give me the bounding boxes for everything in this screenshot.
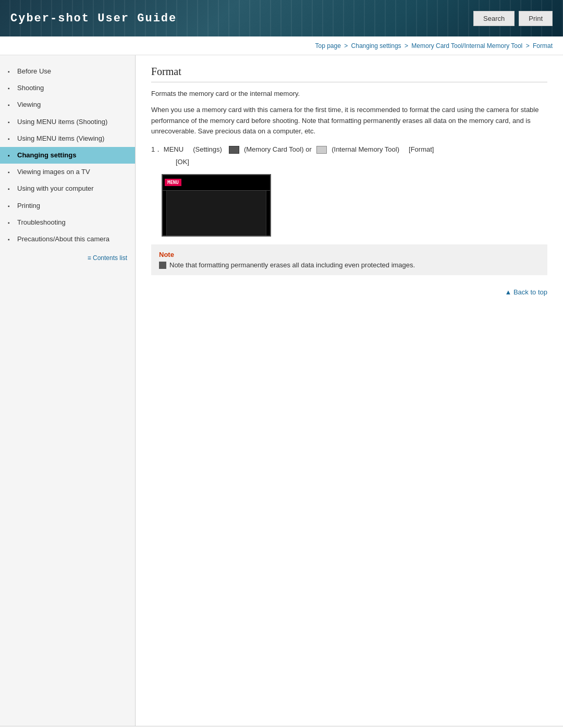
sidebar-bullet: ▪: [8, 119, 13, 126]
sidebar-item-label: Viewing images on a TV: [17, 167, 90, 177]
back-to-top-link[interactable]: ▲ Back to top: [505, 288, 547, 296]
sidebar-item-using-menu-shooting[interactable]: ▪ Using MENU items (Shooting): [0, 114, 135, 130]
description-line1: Formats the memory card or the internal …: [151, 89, 547, 100]
note-content: Note that formatting permanently erases …: [159, 261, 540, 269]
breadcrumb-sep1: >: [342, 42, 350, 50]
breadcrumb-sep2: >: [403, 42, 410, 50]
sidebar-item-label: Using with your computer: [17, 184, 94, 193]
steps-area: 1． MENU (Settings) (Memory Card Tool) or…: [151, 143, 547, 168]
sidebar-item-viewing-tv[interactable]: ▪ Viewing images on a TV: [0, 164, 135, 180]
step-internal-memory: (Internal Memory Tool): [332, 145, 399, 153]
step-memory-card: (Memory Card Tool) or: [244, 145, 312, 153]
sidebar-item-using-computer[interactable]: ▪ Using with your computer: [0, 180, 135, 197]
sidebar-item-label: Using MENU items (Shooting): [17, 117, 107, 127]
sidebar-item-label: Before Use: [17, 67, 51, 76]
sidebar-bullet: ▪: [8, 203, 13, 210]
menu-label: MENU: [165, 179, 181, 186]
sidebar-item-label: Shooting: [17, 83, 44, 93]
step-menu: MENU: [164, 145, 183, 153]
sidebar-bullet: ▪: [8, 169, 13, 176]
menu-image-body: [163, 191, 270, 236]
content-area: Format Formats the memory card or the in…: [136, 55, 563, 726]
breadcrumb-top-page[interactable]: Top page: [315, 42, 340, 50]
sidebar-bullet: ▪: [8, 219, 13, 227]
sidebar-item-precautions[interactable]: ▪ Precautions/About this camera: [0, 231, 135, 248]
contents-list-link[interactable]: ≡ Contents list: [0, 248, 135, 268]
sidebar-item-before-use[interactable]: ▪ Before Use: [0, 63, 135, 80]
header-buttons: Search Print: [473, 11, 553, 26]
sidebar-bullet: ▪: [8, 135, 13, 143]
step-settings: (Settings): [193, 145, 222, 153]
header: Cyber-shot User Guide Search Print: [0, 0, 563, 36]
sidebar-item-label: Printing: [17, 201, 40, 211]
menu-screenshot: MENU: [162, 174, 271, 237]
back-to-top[interactable]: ▲ Back to top: [151, 283, 547, 299]
sidebar-bullet: ▪: [8, 85, 13, 92]
page-title: Format: [151, 66, 547, 82]
sidebar-item-troubleshooting[interactable]: ▪ Troubleshooting: [0, 214, 135, 231]
sidebar-bullet: ▪: [8, 68, 13, 76]
sidebar-item-using-menu-viewing[interactable]: ▪ Using MENU items (Viewing): [0, 130, 135, 147]
print-button[interactable]: Print: [519, 11, 553, 26]
contents-list-anchor[interactable]: ≡ Contents list: [88, 254, 127, 262]
breadcrumb-changing-settings[interactable]: Changing settings: [351, 42, 401, 50]
sidebar-item-viewing[interactable]: ▪ Viewing: [0, 96, 135, 113]
note-text: Note that formatting permanently erases …: [169, 261, 415, 269]
note-title: Note: [159, 251, 540, 258]
sidebar-bullet: ▪: [8, 186, 13, 193]
sidebar-item-printing[interactable]: ▪ Printing: [0, 198, 135, 214]
step-ok: [OK]: [176, 158, 189, 166]
sidebar-item-label: Precautions/About this camera: [17, 235, 109, 244]
menu-image-top: MENU: [163, 175, 270, 191]
note-icon: [159, 262, 166, 269]
description-para: When you use a memory card with this cam…: [151, 105, 547, 137]
menu-right-col: [266, 191, 270, 236]
memory-card-tool-icon: [229, 146, 239, 154]
sidebar-bullet: ▪: [8, 102, 13, 109]
footer: Copyright 2012 Sony Corporation: [0, 726, 563, 728]
sidebar-bullet: ▪: [8, 152, 13, 159]
breadcrumb-sep3: >: [524, 42, 531, 50]
sidebar: ▪ Before Use ▪ Shooting ▪ Viewing ▪ Usin…: [0, 55, 136, 726]
sidebar-item-shooting[interactable]: ▪ Shooting: [0, 80, 135, 96]
site-title: Cyber-shot User Guide: [10, 12, 177, 25]
menu-center: [167, 191, 266, 236]
breadcrumb-format[interactable]: Format: [533, 42, 553, 50]
sidebar-item-changing-settings[interactable]: ▪ Changing settings: [0, 147, 135, 164]
internal-memory-tool-icon: [316, 146, 327, 154]
note-box: Note Note that formatting permanently er…: [151, 244, 547, 275]
sidebar-item-label: Troubleshooting: [17, 218, 66, 227]
sidebar-bullet: ▪: [8, 236, 13, 243]
breadcrumb-memory-card-tool[interactable]: Memory Card Tool/Internal Memory Tool: [411, 42, 522, 50]
main-layout: ▪ Before Use ▪ Shooting ▪ Viewing ▪ Usin…: [0, 55, 563, 726]
breadcrumb: Top page > Changing settings > Memory Ca…: [0, 36, 563, 55]
menu-left-col: [163, 191, 167, 236]
step-number: 1．: [151, 145, 162, 153]
sidebar-item-label: Using MENU items (Viewing): [17, 134, 104, 143]
step-format-bracket: [Format]: [409, 145, 434, 153]
search-button[interactable]: Search: [473, 11, 515, 26]
sidebar-item-label: Changing settings: [17, 151, 76, 160]
sidebar-item-label: Viewing: [17, 100, 41, 109]
